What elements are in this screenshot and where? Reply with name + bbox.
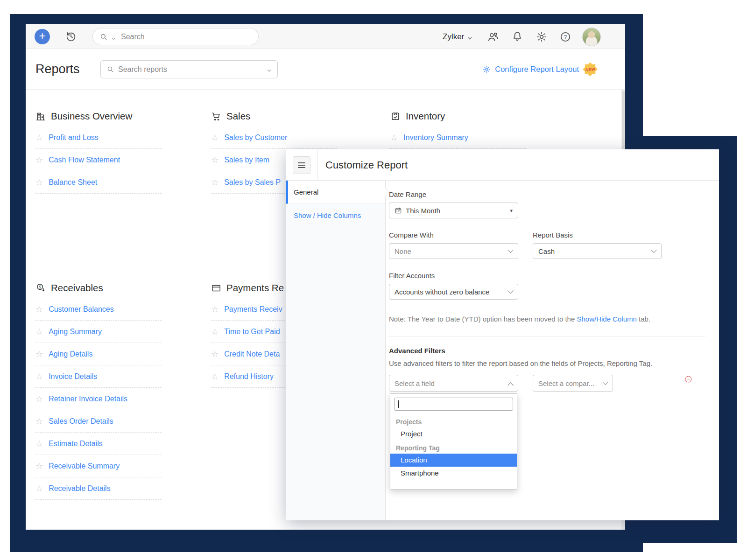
dropdown-option[interactable]: Smartphone <box>390 467 517 480</box>
svg-text:?: ? <box>564 34 567 40</box>
report-item: ☆Aging Summary <box>35 321 162 343</box>
organization-name: Zylker <box>443 32 464 42</box>
field-search-input[interactable] <box>394 398 513 411</box>
favorite-star-icon[interactable]: ☆ <box>35 484 43 493</box>
report-basis-select[interactable]: Cash <box>533 243 662 259</box>
select-comparator-placeholder: Select a compar... <box>538 379 594 387</box>
section-receivables: $Receivables ☆Customer Balances☆Aging Su… <box>35 281 162 500</box>
filter-accounts-select[interactable]: Accounts without zero balance <box>389 284 518 300</box>
reports-page-header: Reports Search reports Configure Report … <box>26 49 625 90</box>
report-link[interactable]: Balance Sheet <box>49 178 97 187</box>
favorite-star-icon[interactable]: ☆ <box>35 178 43 187</box>
favorite-star-icon[interactable]: ☆ <box>211 328 218 336</box>
favorite-star-icon[interactable]: ☆ <box>35 440 43 448</box>
page-title: Reports <box>35 49 80 90</box>
users-icon[interactable] <box>487 31 499 43</box>
report-item: ☆Inventory Summary <box>390 126 526 149</box>
report-basis-label: Report Basis <box>533 231 573 239</box>
report-link[interactable]: Credit Note Deta <box>224 350 280 358</box>
report-link[interactable]: Aging Details <box>49 350 92 358</box>
report-item: ☆Profit and Loss <box>35 126 162 149</box>
hamburger-menu-icon[interactable] <box>293 156 310 174</box>
report-link[interactable]: Receivable Summary <box>49 462 120 470</box>
dropdown-arrow-icon: ▾ <box>510 208 513 214</box>
notifications-bell-icon[interactable] <box>511 30 523 42</box>
history-icon[interactable] <box>65 30 77 42</box>
option-group-label: Projects <box>390 414 517 427</box>
global-search-placeholder: Search <box>121 33 145 41</box>
section-title: Sales <box>226 111 250 122</box>
report-link[interactable]: Customer Balances <box>49 305 114 314</box>
chevron-down-icon <box>507 287 514 294</box>
report-link[interactable]: Aging Summary <box>49 328 102 336</box>
compare-with-select[interactable]: None <box>389 243 518 259</box>
modal-menu-cell <box>286 149 317 181</box>
favorite-star-icon[interactable]: ☆ <box>211 350 218 358</box>
date-range-value: This Month <box>406 207 440 215</box>
favorite-star-icon[interactable]: ☆ <box>35 462 43 470</box>
search-reports-combobox[interactable]: Search reports <box>100 60 278 78</box>
calendar-icon <box>395 207 402 214</box>
favorite-star-icon[interactable]: ☆ <box>390 133 398 142</box>
report-item: ☆Receivable Details <box>35 477 162 500</box>
report-link[interactable]: Sales by Sales P <box>224 178 281 187</box>
help-icon[interactable]: ? <box>559 31 571 43</box>
tab-general[interactable]: General <box>286 181 385 204</box>
favorite-star-icon[interactable]: ☆ <box>211 305 218 314</box>
favorite-star-icon[interactable]: ☆ <box>211 133 218 142</box>
favorite-star-icon[interactable]: ☆ <box>35 350 43 358</box>
date-range-select[interactable]: This Month ▾ <box>389 203 518 218</box>
organization-switcher[interactable]: Zylker <box>443 24 472 49</box>
favorite-star-icon[interactable]: ☆ <box>35 395 43 403</box>
favorite-star-icon[interactable]: ☆ <box>35 417 43 426</box>
report-link[interactable]: Sales Order Details <box>49 417 113 426</box>
show-hide-column-link[interactable]: Show/Hide Column <box>577 315 636 323</box>
report-link[interactable]: Inventory Summary <box>403 133 468 142</box>
dropdown-option[interactable]: Project <box>390 427 517 441</box>
cart-icon <box>211 111 221 121</box>
global-search-input[interactable]: Search <box>92 28 259 45</box>
favorite-star-icon[interactable]: ☆ <box>35 328 43 336</box>
favorite-star-icon[interactable]: ☆ <box>211 156 218 164</box>
chevron-down-icon[interactable] <box>267 67 272 72</box>
compare-with-value: None <box>395 247 411 255</box>
favorite-star-icon[interactable]: ☆ <box>35 305 43 314</box>
package-icon <box>390 111 401 121</box>
user-avatar[interactable] <box>582 28 601 46</box>
quick-create-button[interactable]: + <box>35 29 50 44</box>
report-item: ☆Sales by Customer <box>211 126 337 149</box>
search-scope-caret-icon[interactable] <box>111 35 116 39</box>
report-basis-value: Cash <box>538 247 555 255</box>
report-link[interactable]: Cash Flow Statement <box>49 156 120 164</box>
select-field-dropdown[interactable]: Select a field <box>389 375 518 392</box>
report-link[interactable]: Receivable Details <box>49 484 111 493</box>
configure-report-layout-link[interactable]: Configure Report Layout NEW <box>482 49 598 90</box>
filter-accounts-label: Filter Accounts <box>389 272 435 280</box>
remove-filter-icon[interactable] <box>684 375 692 383</box>
building-icon <box>35 111 46 121</box>
select-comparator-dropdown[interactable]: Select a compar... <box>533 375 613 392</box>
report-link[interactable]: Invoice Details <box>49 372 97 381</box>
report-link[interactable]: Time to Get Paid <box>224 328 280 336</box>
dropdown-option-selected[interactable]: Location <box>390 454 517 467</box>
field-dropdown-panel: ProjectsProjectReporting TagLocationSmar… <box>390 393 517 490</box>
advanced-filters-title: Advanced Filters <box>389 347 445 355</box>
favorite-star-icon[interactable]: ☆ <box>211 372 218 381</box>
report-link[interactable]: Estimate Details <box>49 440 103 448</box>
report-link[interactable]: Sales by Item <box>224 156 269 164</box>
favorite-star-icon[interactable]: ☆ <box>35 133 43 142</box>
modal-sidebar: General Show / Hide Columns <box>286 181 386 520</box>
search-icon <box>99 33 108 41</box>
report-link[interactable]: Sales by Customer <box>224 133 287 142</box>
chevron-up-icon <box>507 382 514 388</box>
tab-show-hide-columns[interactable]: Show / Hide Columns <box>286 204 385 227</box>
favorite-star-icon[interactable]: ☆ <box>35 156 43 164</box>
favorite-star-icon[interactable]: ☆ <box>35 372 43 381</box>
report-item: ☆Retainer Invoice Details <box>35 388 162 410</box>
favorite-star-icon[interactable]: ☆ <box>211 178 218 187</box>
report-link[interactable]: Profit and Loss <box>49 133 99 142</box>
report-link[interactable]: Payments Receiv <box>224 305 282 314</box>
report-link[interactable]: Refund History <box>224 372 274 381</box>
settings-gear-icon[interactable] <box>536 31 548 43</box>
report-link[interactable]: Retainer Invoice Details <box>49 395 127 403</box>
